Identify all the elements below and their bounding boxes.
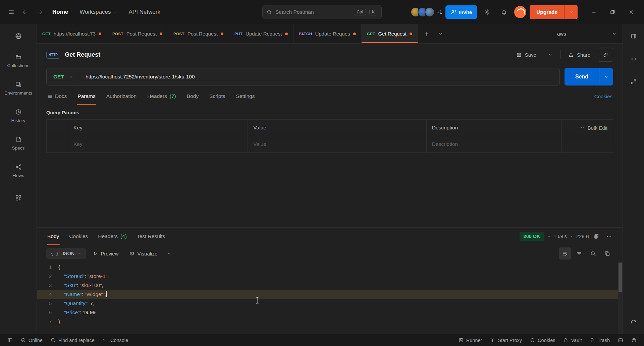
tab-scripts[interactable]: Scripts (204, 88, 230, 105)
send-button[interactable]: Send (565, 68, 599, 85)
visualize-button[interactable]: Visualize (125, 248, 162, 260)
code-line[interactable]: 2 "StoreId": "store-1", (37, 272, 623, 281)
bottom-panel-button[interactable] (614, 338, 627, 343)
team-avatars[interactable]: +1 (411, 7, 442, 17)
code-line[interactable]: 7} (37, 317, 623, 326)
tab-settings[interactable]: Settings (231, 88, 260, 105)
response-tab-headers[interactable]: Headers (4) (93, 228, 132, 245)
editor-scrollbar[interactable] (618, 262, 623, 334)
send-dropdown-button[interactable] (599, 68, 613, 85)
nav-workspaces[interactable]: Workspaces (74, 5, 122, 19)
response-size[interactable]: 228 B (576, 234, 589, 239)
copy-response-button[interactable] (601, 247, 613, 260)
row-select-cell[interactable] (47, 136, 68, 152)
trash-button[interactable]: Trash (586, 338, 614, 343)
request-tab-active[interactable]: GET Get Request (362, 24, 418, 43)
filter-button[interactable] (573, 247, 585, 260)
help-button[interactable] (627, 338, 641, 343)
code-snippet-button[interactable] (627, 52, 640, 66)
format-dropdown-button[interactable] (164, 248, 174, 258)
save-button[interactable]: Save (512, 49, 540, 61)
start-proxy-button[interactable]: Start Proxy (486, 338, 526, 343)
minimize-button[interactable] (584, 4, 603, 20)
value-cell[interactable] (248, 136, 426, 152)
key-input[interactable] (73, 141, 242, 147)
request-tab[interactable]: POST Post Request (107, 24, 168, 43)
upgrade-button[interactable]: Upgrade (530, 5, 564, 19)
description-cell[interactable] (427, 136, 562, 152)
nav-api-network[interactable]: API Network (123, 5, 165, 19)
tab-headers[interactable]: Headers (7) (142, 88, 181, 105)
vault-button[interactable]: Vault (559, 338, 586, 343)
global-search[interactable]: Ctrl K (262, 5, 382, 19)
description-input[interactable] (432, 141, 556, 147)
request-tab[interactable]: PATCH Update Reques (293, 24, 362, 43)
sidebar-item-flows[interactable]: Flows (0, 157, 37, 184)
response-tab-test-results[interactable]: Test Results (132, 228, 170, 245)
sidebar-item-specs[interactable]: Specs (0, 129, 37, 157)
save-dropdown-button[interactable] (544, 48, 557, 61)
preview-button[interactable]: Preview (89, 248, 122, 260)
search-response-button[interactable] (587, 247, 599, 260)
invite-button[interactable]: Invite (445, 5, 477, 19)
response-body-editor[interactable]: 1{2 "StoreId": "store-1",3 "Sku": "sku-1… (37, 262, 623, 334)
wrap-text-button[interactable] (559, 247, 571, 260)
key-cell[interactable] (68, 136, 248, 152)
capture-requests-button[interactable] (627, 316, 640, 329)
scrollbar-thumb[interactable] (619, 263, 622, 292)
code-line[interactable]: 6 "Price": 19.99 (37, 308, 623, 317)
share-button[interactable]: Share (564, 49, 594, 61)
environment-quick-look-button[interactable] (627, 30, 640, 43)
close-button[interactable] (622, 4, 641, 20)
request-tab[interactable]: GET https://localhost:73 (37, 24, 107, 43)
restore-button[interactable] (603, 4, 622, 20)
console-button[interactable]: Console (99, 334, 132, 346)
online-status[interactable]: Online (17, 334, 47, 346)
sidebar-item-history[interactable]: History (0, 102, 37, 129)
response-tab-body[interactable]: Body (42, 228, 64, 245)
bulk-edit-button[interactable]: Bulk Edit (588, 125, 607, 131)
agent-globe-icon[interactable] (593, 233, 599, 239)
profile-avatar[interactable] (514, 6, 526, 18)
back-button[interactable] (19, 5, 32, 19)
cookies-button[interactable]: Cookies (526, 338, 559, 343)
expand-panel-button[interactable] (627, 75, 640, 89)
search-input[interactable] (275, 9, 351, 15)
code-line[interactable]: 1{ (37, 263, 623, 272)
new-tab-button[interactable] (420, 27, 433, 41)
sidebar-item-environments[interactable]: Environments (0, 74, 37, 102)
url-input[interactable] (80, 74, 559, 80)
response-time[interactable]: 1.69 s (554, 234, 567, 239)
code-line[interactable]: 3 "Sku": "sku-100", (37, 281, 623, 290)
forward-button[interactable] (33, 5, 46, 19)
response-tab-cookies[interactable]: Cookies (64, 228, 93, 245)
request-tab[interactable]: POST Post Request (168, 24, 229, 43)
workspace-overview-button[interactable] (11, 29, 26, 44)
request-tab[interactable]: PUT Update Request (229, 24, 293, 43)
find-and-replace-button[interactable]: Find and replace (47, 334, 99, 346)
tab-list-button[interactable] (434, 27, 447, 41)
method-selector[interactable]: GET (47, 74, 80, 80)
tab-body[interactable]: Body (182, 88, 204, 105)
cookies-link[interactable]: Cookies (594, 94, 617, 99)
response-more-button[interactable] (603, 230, 615, 242)
code-line[interactable]: 4 "Name": "Widget", (37, 290, 623, 299)
tab-params[interactable]: Params (72, 88, 100, 105)
format-selector[interactable]: { } JSON (46, 248, 86, 259)
upgrade-dropdown-button[interactable] (564, 5, 578, 19)
status-badge[interactable]: 200 OK (520, 232, 544, 241)
environment-selector[interactable]: aws (551, 24, 623, 43)
code-line[interactable]: 5 "Quantity": 7, (37, 299, 623, 308)
runner-button[interactable]: Runner (454, 338, 486, 343)
main-menu-button[interactable] (5, 5, 18, 19)
value-input[interactable] (253, 141, 421, 147)
settings-button[interactable] (481, 5, 494, 19)
copy-link-button[interactable] (598, 48, 613, 62)
tab-authorization[interactable]: Authorization (101, 88, 142, 105)
notifications-button[interactable] (497, 5, 511, 19)
more-modules-button[interactable] (11, 190, 26, 205)
tab-docs[interactable]: Docs (42, 88, 72, 105)
sidebar-item-collections[interactable]: Collections (0, 47, 37, 74)
nav-home[interactable]: Home (47, 5, 73, 19)
toggle-sidebar-button[interactable] (3, 334, 17, 346)
